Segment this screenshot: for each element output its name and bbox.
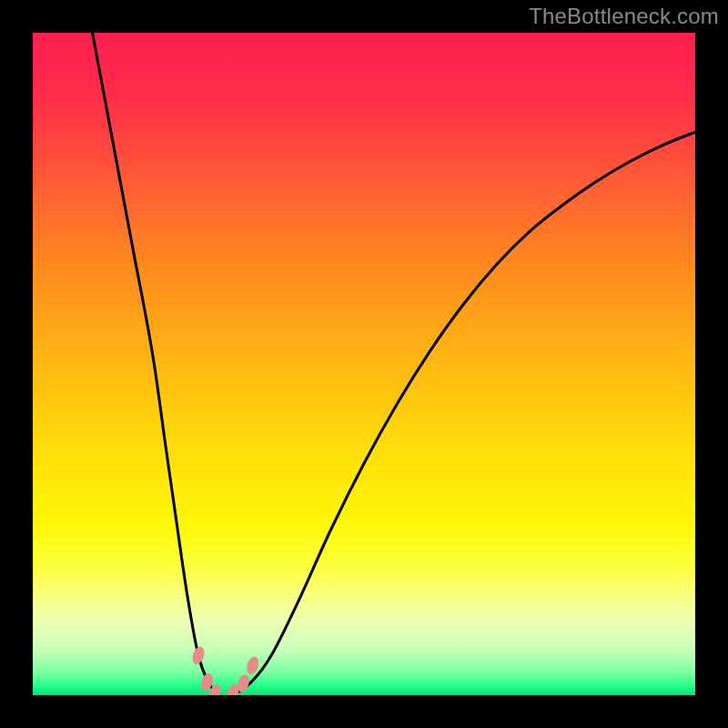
- background-gradient: [33, 33, 695, 695]
- svg-rect-0: [33, 33, 695, 695]
- chart-frame: TheBottleneck.com: [0, 0, 728, 728]
- watermark-text: TheBottleneck.com: [529, 4, 719, 29]
- plot-area: [33, 33, 695, 695]
